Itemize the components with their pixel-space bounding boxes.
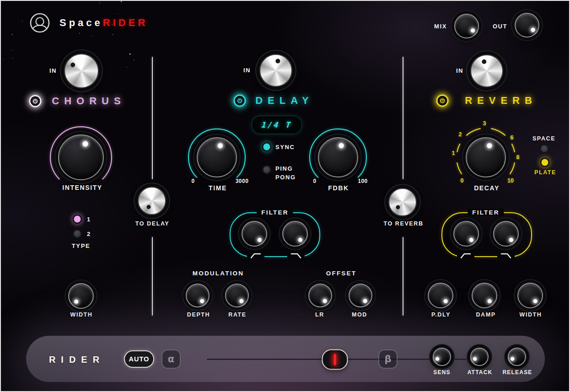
out-label: OUT (493, 23, 507, 30)
brand-logo: SpaceRIDER (59, 17, 148, 29)
fdbk-label: FDBK (328, 184, 349, 192)
auto-button[interactable]: AUTO (124, 350, 154, 368)
offset-group-label: OFFSET (326, 270, 356, 277)
time-label: TIME (209, 184, 227, 192)
time-knob[interactable] (197, 137, 237, 177)
attack-knob[interactable] (470, 348, 489, 366)
chorus-width-label: WIDTH (70, 311, 93, 318)
delay-time-value: 1/4 T (261, 120, 292, 129)
section-divider (403, 57, 403, 179)
decay-knob[interactable] (466, 137, 506, 177)
plate-radio[interactable] (542, 159, 548, 166)
knob-indicator (470, 27, 476, 33)
delay-power-button[interactable] (234, 95, 246, 107)
rider-slider-handle[interactable] (322, 349, 348, 370)
chorus-power-button[interactable] (29, 95, 42, 107)
knob-indicator (435, 356, 440, 361)
rider-slider-track[interactable] (207, 359, 468, 360)
alpha-button[interactable]: α (161, 349, 181, 369)
mix-label: MIX (434, 23, 447, 30)
section-divider (152, 237, 153, 316)
delay-filter-hp-knob[interactable] (242, 221, 267, 247)
reverb-title: REVERB (465, 95, 537, 107)
predelay-label: P.DLY (431, 311, 451, 318)
mix-knob[interactable] (454, 14, 479, 38)
knob-indicator (145, 204, 151, 209)
chorus-title: CHORUS (52, 95, 125, 107)
highpass-filter-icon (457, 252, 474, 260)
intensity-knob[interactable] (58, 134, 104, 180)
space-label: SPACE (532, 135, 555, 142)
plate-label: PLATE (534, 169, 556, 176)
beta-button[interactable]: β (378, 349, 398, 369)
delay-filter-label: FILTER (257, 209, 293, 216)
lr-offset-knob[interactable] (308, 284, 332, 307)
delay-title: DELAY (255, 95, 314, 107)
reverb-width-label: WIDTH (520, 311, 542, 318)
knob-indicator (338, 142, 344, 148)
reverb-width-knob[interactable] (517, 283, 543, 308)
lr-label: LR (315, 311, 324, 318)
slider-indicator (334, 354, 336, 365)
time-min: 0 (191, 178, 194, 184)
attack-label: ATTACK (468, 369, 493, 376)
knob-indicator (70, 62, 76, 68)
knob-indicator (217, 142, 223, 148)
predelay-knob[interactable] (428, 283, 453, 308)
reverb-power-button[interactable] (436, 95, 449, 107)
knob-indicator (275, 59, 280, 64)
ping-pong-toggle[interactable] (263, 166, 270, 173)
highpass-filter-icon (247, 252, 264, 260)
chorus-type-2-radio[interactable] (74, 231, 81, 237)
fdbk-knob[interactable] (318, 137, 358, 177)
to-delay-label: TO DELAY (135, 220, 170, 227)
knob-indicator (473, 356, 478, 361)
reverb-filter-hp-knob[interactable] (453, 221, 479, 247)
decay-tick: 1 (452, 150, 455, 156)
out-knob[interactable] (515, 13, 539, 38)
decay-tick: 8 (516, 154, 520, 161)
intensity-label: INTENSITY (62, 184, 102, 191)
chorus-in-knob[interactable] (64, 54, 99, 88)
delay-in-knob[interactable] (259, 54, 292, 87)
power-icon (237, 98, 243, 104)
damp-knob[interactable] (472, 283, 497, 308)
knob-indicator (508, 237, 514, 243)
brand-rider: RIDER (103, 17, 148, 28)
depth-knob[interactable] (186, 284, 210, 307)
to-reverb-knob[interactable] (388, 188, 417, 216)
release-knob[interactable] (508, 348, 526, 366)
knob-indicator (238, 298, 244, 304)
lowpass-filter-icon (287, 252, 305, 260)
modulation-group-label: MODULATION (193, 270, 244, 277)
sens-label: SENS (433, 369, 450, 376)
chorus-width-knob[interactable] (68, 283, 94, 309)
knob-indicator (442, 298, 448, 304)
knob-indicator (510, 356, 515, 361)
knob-indicator (82, 140, 89, 147)
knob-indicator (199, 298, 205, 304)
to-delay-knob[interactable] (138, 187, 166, 215)
reverb-in-label: IN (456, 67, 463, 74)
decay-tick: 10 (507, 177, 514, 184)
mod-offset-knob[interactable] (349, 284, 372, 307)
space-radio[interactable] (541, 145, 548, 152)
reverb-in-knob[interactable] (470, 54, 503, 87)
delay-time-display[interactable]: 1/4 T (252, 116, 302, 134)
chorus-type-1-radio[interactable] (74, 216, 81, 223)
knob-indicator (486, 142, 493, 149)
ping-pong-label: PING PONG (275, 165, 299, 182)
sens-knob[interactable] (433, 348, 451, 366)
time-max: 3000 (236, 178, 249, 184)
rider-title: RIDER (49, 354, 105, 365)
knob-indicator (468, 237, 474, 243)
knob-indicator (481, 59, 487, 64)
reverb-filter-lp-knob[interactable] (493, 221, 519, 247)
decay-tick: 0 (461, 177, 464, 184)
sync-toggle[interactable] (263, 144, 270, 150)
decay-tick: 6 (511, 134, 514, 141)
knob-indicator (530, 27, 536, 33)
delay-filter-lp-knob[interactable] (282, 221, 308, 247)
rate-knob[interactable] (225, 284, 249, 307)
power-icon (32, 98, 38, 104)
